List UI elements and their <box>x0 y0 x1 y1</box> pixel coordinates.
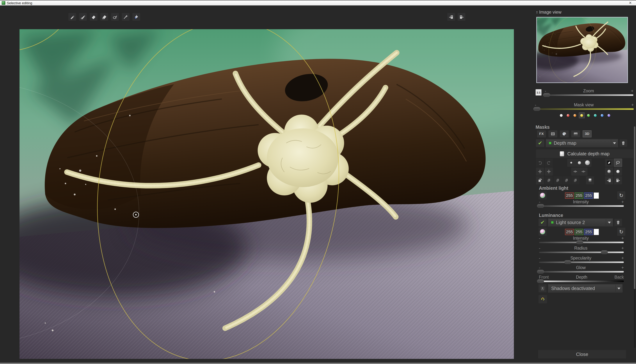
glow-minus-button[interactable]: - <box>539 265 540 270</box>
grow-selection-button[interactable] <box>571 168 579 176</box>
gradient-mask-button[interactable] <box>586 176 594 184</box>
zoom-one-to-one-button[interactable]: 1:1 <box>536 89 541 96</box>
light-intensity-plus-button[interactable]: + <box>621 236 624 241</box>
mask-view-plus-button[interactable]: + <box>631 102 634 108</box>
depth-map-enabled-checkbox[interactable] <box>536 139 544 147</box>
specularity-plus-button[interactable]: + <box>621 256 624 260</box>
tab-palette[interactable] <box>560 130 569 137</box>
image-view-header[interactable]: Image view <box>536 10 561 15</box>
hard-edge-button[interactable] <box>614 168 622 176</box>
tab-fx[interactable]: FX <box>537 130 546 137</box>
light-color-picker-button[interactable] <box>539 228 547 236</box>
ambient-color-picker-button[interactable] <box>539 191 547 200</box>
expand-mask-button[interactable] <box>536 168 544 176</box>
delete-light-source-button[interactable] <box>614 219 622 226</box>
zoom-plus-button[interactable]: + <box>631 88 633 94</box>
color-picker-tool-button[interactable] <box>122 13 129 21</box>
brush-size-large-button[interactable] <box>583 159 591 167</box>
panel-scrollbar[interactable] <box>634 126 635 348</box>
delete-depth-map-button[interactable] <box>619 140 627 147</box>
radius-track[interactable] <box>539 252 624 253</box>
draw-mask-tool-button[interactable] <box>68 13 76 21</box>
zoom-slider-track[interactable] <box>545 94 633 96</box>
specularity-track[interactable] <box>539 261 624 263</box>
mask-view-minus-button[interactable]: - <box>535 102 536 108</box>
depth-map-layer-dropdown[interactable]: Depth map <box>546 139 618 147</box>
ambient-blue-field[interactable]: 255 <box>584 192 593 199</box>
erase-mask-region-tool-button[interactable] <box>100 13 108 21</box>
light-color-swatch[interactable] <box>594 229 599 235</box>
ambient-intensity-minus-button[interactable]: - <box>539 200 540 204</box>
import-mask-button[interactable] <box>447 13 455 21</box>
chevron-down-icon[interactable] <box>606 219 613 226</box>
chevron-down-icon[interactable] <box>611 140 618 147</box>
calculate-depth-map-button[interactable]: Calculate depth map <box>536 150 633 158</box>
brush-size-small-button[interactable] <box>567 159 575 167</box>
mask-view-slider-track[interactable] <box>535 108 634 110</box>
ambient-intensity-handle[interactable] <box>537 204 544 208</box>
copy-mask-button-4[interactable] <box>571 176 579 184</box>
specularity-minus-button[interactable]: - <box>539 256 540 260</box>
copy-mask-button-3[interactable] <box>562 176 570 184</box>
soft-edge-button[interactable] <box>605 168 613 176</box>
zoom-slider-handle[interactable] <box>543 93 550 97</box>
lasso-mode-button[interactable] <box>614 159 622 167</box>
glow-track[interactable] <box>539 271 624 272</box>
brush-size-medium-button[interactable] <box>575 159 583 167</box>
ambient-color-swatch[interactable] <box>594 192 599 199</box>
light-intensity-track[interactable] <box>539 242 624 243</box>
ambient-red-field[interactable]: 255 <box>565 192 574 199</box>
mask-color-swatch-0[interactable] <box>558 112 564 118</box>
image-view-thumbnail[interactable] <box>536 17 628 83</box>
shrink-selection-button[interactable] <box>579 168 587 176</box>
undo-button[interactable] <box>536 159 544 167</box>
radius-plus-button[interactable]: + <box>621 246 624 251</box>
ellipse-mask-tool-button[interactable] <box>111 13 119 21</box>
radius-minus-button[interactable]: - <box>539 246 540 251</box>
tab-vignette[interactable] <box>548 130 557 137</box>
mask-color-swatch-3[interactable] <box>579 112 585 118</box>
depth-track[interactable] <box>539 280 624 282</box>
light-source-enabled-checkbox[interactable] <box>539 218 547 226</box>
glow-plus-button[interactable]: + <box>621 265 624 270</box>
export-depth-map-button[interactable] <box>614 176 622 184</box>
editing-canvas[interactable] <box>20 29 514 359</box>
light-blue-field[interactable]: 255 <box>584 229 593 235</box>
tab-landscape[interactable] <box>571 130 580 137</box>
export-mask-button[interactable] <box>458 13 465 21</box>
draw-mask-region-tool-button[interactable] <box>79 13 87 21</box>
panel-scrollbar-thumb[interactable] <box>634 126 635 289</box>
ambient-reset-button[interactable] <box>617 191 625 200</box>
invert-mask-button[interactable] <box>605 159 613 167</box>
specularity-handle[interactable] <box>564 260 571 264</box>
depth-handle[interactable] <box>537 279 544 283</box>
mask-view-slider-handle[interactable] <box>533 107 540 111</box>
mask-color-swatch-4[interactable] <box>586 112 591 118</box>
close-button[interactable]: Close <box>538 350 626 358</box>
mask-color-swatch-1[interactable] <box>565 112 571 118</box>
shadows-dropdown[interactable]: Shadows deactivated <box>548 284 622 292</box>
light-red-field[interactable]: 255 <box>565 229 574 235</box>
mask-color-swatch-5[interactable] <box>592 112 598 118</box>
import-depth-map-button[interactable] <box>605 176 613 184</box>
shadow-mode-button[interactable] <box>539 284 547 292</box>
light-reset-button[interactable] <box>617 228 625 236</box>
copy-mask-button-2[interactable] <box>554 176 562 184</box>
light-intensity-minus-button[interactable]: - <box>539 236 540 241</box>
light-green-field[interactable]: 255 <box>575 229 583 235</box>
glow-handle[interactable] <box>537 270 544 274</box>
window-close-icon[interactable]: ✕ <box>627 1 633 5</box>
radius-handle[interactable] <box>601 250 608 254</box>
rotate-gizmo-button[interactable] <box>539 295 547 304</box>
fill-mask-tool-button[interactable] <box>132 13 140 21</box>
mask-color-swatch-7[interactable] <box>606 112 612 118</box>
new-mask-button[interactable] <box>536 176 544 184</box>
contract-mask-button[interactable] <box>545 168 553 176</box>
mask-color-swatch-2[interactable] <box>572 112 578 118</box>
light-source-dropdown[interactable]: Light source 2 <box>548 218 613 226</box>
ambient-green-field[interactable]: 255 <box>575 192 583 199</box>
erase-mask-tool-button[interactable] <box>90 13 97 21</box>
zoom-minus-button[interactable]: - <box>545 88 546 94</box>
light-intensity-handle[interactable] <box>576 240 583 244</box>
copy-mask-button-1[interactable] <box>545 176 553 184</box>
